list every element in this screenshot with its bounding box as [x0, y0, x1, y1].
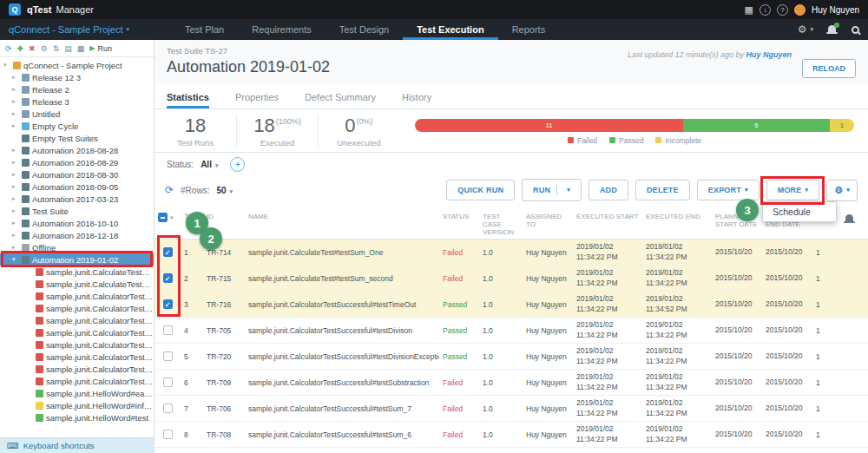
tree-expander-icon[interactable]: ▸ — [12, 74, 19, 81]
tree-item[interactable]: ▸ Untitled — [0, 108, 154, 120]
run-button-sidebar[interactable]: ▶ Run — [89, 44, 112, 53]
tree-item[interactable]: ▸ Release 12 3 — [0, 71, 154, 83]
tree-item[interactable]: sample.junit.CalculatorTestSuccessful#te… — [0, 351, 154, 363]
refresh-icon[interactable]: ⟳ — [5, 44, 12, 53]
detail-tab[interactable]: History — [402, 92, 431, 108]
tree-expander-icon[interactable]: ▸ — [12, 183, 19, 190]
chevron-down-icon[interactable]: ▾ — [170, 214, 174, 220]
nav-tab[interactable]: Test Plan — [171, 19, 238, 40]
user-name[interactable]: Huy Nguyen — [812, 5, 859, 15]
refresh-table-icon[interactable]: ⟳ — [165, 184, 174, 196]
settings-icon[interactable]: ⚙ — [41, 44, 48, 53]
tree-expander-icon[interactable]: ▸ — [12, 232, 19, 239]
report-icon[interactable]: ▤ — [64, 44, 72, 53]
tree-expander-icon[interactable]: ▸ — [12, 147, 19, 154]
tree-item[interactable]: ▸ Automation 2018-12-18 — [0, 229, 154, 241]
rows-selector[interactable]: 50▾ — [216, 186, 233, 195]
test-run-link[interactable]: TR-708 — [203, 422, 245, 448]
select-all-checkbox[interactable] — [158, 213, 168, 222]
keyboard-shortcuts-link[interactable]: ⌨ Keyboard shortcuts — [0, 437, 154, 453]
test-run-row[interactable]: 3 TR-716 sample.junit.CalculatorTestSucc… — [155, 292, 868, 318]
tree-item[interactable]: Empty Test Suites — [0, 132, 154, 144]
detail-tab[interactable]: Properties — [235, 92, 279, 108]
tree-item[interactable]: sample.junit.CalculatorTestSuccessful#te… — [0, 302, 154, 314]
column-header-assigned[interactable]: ASSIGNED TO — [523, 205, 573, 240]
grid-view-icon[interactable]: ▦ — [77, 44, 85, 53]
user-avatar[interactable] — [794, 4, 806, 16]
test-run-row[interactable]: 8 TR-708 sample.junit.CalculatorTestSucc… — [155, 422, 868, 448]
tree-item[interactable]: sample.junit.CalculatorTestSuccessful#te… — [0, 326, 154, 338]
tree-item[interactable]: ▸ Release 2 — [0, 83, 154, 95]
detail-tab[interactable]: Statistics — [167, 92, 209, 108]
tree-expander-icon[interactable]: ▾ — [12, 256, 19, 263]
test-run-row[interactable]: 1 TR-714 sample.junit.CalculateTest#test… — [155, 240, 868, 266]
nav-tab[interactable]: Test Execution — [403, 19, 497, 40]
tree-expander-icon[interactable]: ▸ — [12, 244, 19, 251]
tree-item[interactable]: sample.junit.CalculatorTestSuccessful#te… — [0, 314, 154, 326]
tree-item[interactable]: ▸ Automation 2018-10-10 — [0, 217, 154, 229]
test-run-row[interactable]: 6 TR-709 sample.junit.CalculatorTestSucc… — [155, 370, 868, 396]
sort-icon[interactable]: ⇅ — [53, 44, 60, 53]
tree-item[interactable]: sample.junit.CalculatorTestSuccessful#te… — [0, 338, 154, 351]
test-run-link[interactable]: TR-705 — [203, 318, 245, 344]
tree-expander-icon[interactable]: ▸ — [12, 195, 19, 202]
reload-button[interactable]: RELOAD — [802, 59, 856, 78]
add-icon[interactable]: ✚ — [17, 44, 24, 53]
tree-item[interactable]: sample.junit.CalculateTest#testSum_One — [0, 266, 154, 278]
test-run-link[interactable]: TR-720 — [203, 344, 245, 370]
column-header-exec-end[interactable]: EXECUTED END — [642, 205, 712, 240]
export-button[interactable]: EXPORT▾ — [697, 180, 760, 200]
nav-tab[interactable]: Reports — [498, 19, 560, 40]
tree-expander-icon[interactable]: ▸ — [12, 220, 19, 226]
tree-item[interactable]: ▸ Automation 2017-03-23 — [0, 193, 154, 205]
quick-run-button[interactable]: QUICK RUN — [446, 180, 515, 200]
row-checkbox[interactable] — [163, 325, 173, 335]
tree-item[interactable]: sample.junit.CalculatorTestSuccessful#te… — [0, 375, 154, 387]
tree-expander-icon[interactable]: ▸ — [12, 110, 19, 117]
tree-expander-icon[interactable]: ▸ — [12, 122, 19, 129]
column-settings-button[interactable]: ⚙▾ — [826, 180, 858, 201]
delete-icon[interactable]: ✖ — [29, 44, 36, 53]
row-checkbox[interactable] — [163, 404, 173, 413]
nav-tab[interactable]: Test Design — [326, 19, 403, 40]
apps-grid-icon[interactable]: ▦ — [745, 4, 753, 16]
tree-item[interactable]: ▸ Automation 2018-08-28 — [0, 144, 154, 156]
project-selector[interactable]: qConnect - Sample Project ▾ — [9, 19, 129, 40]
tree-item[interactable]: ▸ Empty Cycle — [0, 120, 154, 132]
row-checkbox[interactable] — [163, 378, 173, 387]
tree-item[interactable]: ▸ Automation 2018-09-05 — [0, 181, 154, 193]
status-filter-value[interactable]: All▾ — [201, 160, 218, 169]
test-run-link[interactable]: TR-709 — [203, 370, 245, 396]
run-button[interactable]: RUN▾ — [522, 179, 582, 201]
tree-item[interactable]: sample.junit.CalculatorTestSuccessful#te… — [0, 363, 154, 375]
tree-expander-icon[interactable]: ▸ — [12, 171, 19, 178]
search-icon[interactable] — [852, 22, 859, 37]
tree-item[interactable]: ▸ Offline — [0, 241, 154, 253]
add-button[interactable]: ADD — [589, 180, 628, 200]
column-header-exec-start[interactable]: EXECUTED START — [573, 205, 642, 240]
row-checkbox[interactable] — [163, 351, 173, 361]
alerts-bell-icon[interactable] — [845, 214, 853, 221]
tree-item[interactable]: sample.junit.HelloWord#test — [0, 411, 154, 423]
tree-item[interactable]: ▾ qConnect - Sample Project — [0, 59, 154, 71]
tree-item[interactable]: ▸ Test Suite — [0, 205, 154, 217]
tree-expander-icon[interactable]: ▾ — [3, 62, 10, 69]
test-run-link[interactable]: TR-716 — [203, 292, 245, 318]
row-checkbox[interactable] — [163, 273, 173, 283]
test-run-row[interactable]: 7 TR-706 sample.junit.CalculatorTestSucc… — [155, 396, 868, 422]
last-updated-user[interactable]: Huy Nguyen — [746, 50, 792, 59]
tree-expander-icon[interactable]: ▸ — [12, 86, 19, 93]
tree-item[interactable]: ▸ Automation 2018-08-29 — [0, 156, 154, 168]
tree-item[interactable]: sample.junit.HelloWord#easyHello — [0, 387, 154, 399]
help-icon[interactable]: ? — [777, 4, 788, 16]
tree-item[interactable]: sample.junit.HelloWord#infinity — [0, 399, 154, 411]
tree-item[interactable]: ▸ Release 3 — [0, 95, 154, 108]
download-icon[interactable]: ↓ — [760, 4, 771, 16]
detail-tab[interactable]: Defect Summary — [305, 92, 376, 108]
menu-item-schedule[interactable]: Schedule — [763, 202, 836, 221]
settings-gear-icon[interactable]: ⚙▾ — [798, 23, 813, 36]
test-run-row[interactable]: 5 TR-720 sample.junit.CalculatorTestSucc… — [155, 344, 868, 370]
add-filter-button[interactable]: + — [230, 157, 245, 172]
test-run-row[interactable]: 4 TR-705 sample.junit.CalculatorTestSucc… — [155, 318, 868, 344]
notifications-bell-icon[interactable] — [827, 24, 838, 35]
